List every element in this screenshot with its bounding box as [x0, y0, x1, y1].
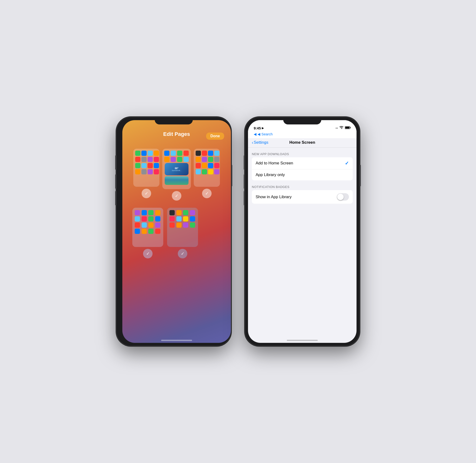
nav-title: Home Screen	[289, 140, 315, 145]
svg-rect-2	[345, 127, 350, 129]
page-item-3[interactable]: ✓	[194, 149, 220, 201]
section-header-1: NEW APP DOWNLOADS	[248, 152, 357, 157]
search-breadcrumb: ◀ ◀ Search	[248, 132, 357, 138]
settings-row-app-library[interactable]: App Library only	[252, 169, 353, 180]
page-thumb-1	[133, 149, 160, 187]
time-display: 9:45	[254, 126, 261, 130]
nav-back-button[interactable]: ‹ Settings	[252, 140, 268, 145]
back-label: Settings	[254, 140, 268, 145]
check-circle-2[interactable]: ✓	[172, 191, 181, 201]
right-screen: 9:45 ▶ ••	[248, 120, 357, 343]
check-circle-5[interactable]: ✓	[178, 249, 187, 258]
pages-grid: ✓	[127, 149, 226, 258]
section-header-2: NOTIFICATION BADGES	[248, 185, 357, 190]
show-app-library-label: Show in App Library	[256, 195, 292, 199]
status-time: 9:45 ▶	[254, 126, 264, 130]
edit-pages-title: Edit Pages	[163, 131, 190, 137]
page-thumb-5	[167, 208, 198, 247]
settings-group-1: Add to Home Screen ✓ App Library only	[252, 157, 353, 180]
notch-right	[283, 117, 321, 125]
right-phone: 9:45 ▶ ••	[245, 117, 359, 346]
page-thumb-2: 66° Summervill...	[162, 149, 191, 189]
pages-row-1: ✓	[127, 149, 226, 201]
page-item-5[interactable]: ✓	[167, 208, 198, 258]
section-notification-badges: NOTIFICATION BADGES Show in App Library	[248, 185, 357, 204]
location-icon: ▶	[262, 127, 264, 130]
home-indicator-left	[161, 340, 192, 341]
signal-dots: ••	[336, 127, 338, 129]
page-item-1[interactable]: ✓	[133, 149, 160, 201]
nav-bar: ‹ Settings Home Screen	[248, 138, 357, 148]
show-app-library-toggle[interactable]	[337, 193, 349, 201]
pages-row-2: ✓	[127, 208, 226, 258]
page-thumb-4	[132, 208, 163, 247]
page-item-4[interactable]: ✓	[132, 208, 163, 258]
app-library-label: App Library only	[256, 172, 285, 177]
checkmark-icon: ✓	[345, 160, 349, 166]
check-circle-3[interactable]: ✓	[202, 189, 212, 198]
settings-content: NEW APP DOWNLOADS Add to Home Screen ✓ A…	[248, 148, 357, 343]
section-new-app-downloads: NEW APP DOWNLOADS Add to Home Screen ✓ A…	[248, 152, 357, 180]
wifi-icon	[339, 126, 343, 130]
back-chevron-icon: ‹	[252, 140, 253, 145]
back-chevron-search: ◀	[254, 132, 257, 136]
search-label: ◀ Search	[258, 132, 273, 136]
back-to-search[interactable]: ◀ ◀ Search	[254, 132, 273, 136]
page-thumb-3	[194, 149, 220, 187]
settings-row-add-home[interactable]: Add to Home Screen ✓	[252, 157, 353, 169]
status-icons: ••	[336, 126, 351, 130]
home-indicator-right	[287, 340, 318, 341]
notch-left	[155, 117, 193, 125]
page-item-2[interactable]: 66° Summervill... ✓	[162, 149, 191, 201]
svg-rect-1	[350, 127, 351, 128]
check-circle-1[interactable]: ✓	[142, 189, 151, 198]
settings-group-2: Show in App Library	[252, 190, 353, 204]
done-button[interactable]: Done	[206, 133, 224, 140]
check-circle-4[interactable]: ✓	[143, 249, 153, 258]
battery-icon	[345, 126, 351, 130]
add-home-label: Add to Home Screen	[256, 161, 293, 166]
toggle-knob	[337, 194, 344, 200]
left-phone: Done Edit Pages	[117, 117, 231, 346]
left-screen: Done Edit Pages	[122, 120, 231, 343]
settings-row-show-app-library: Show in App Library	[252, 190, 353, 204]
